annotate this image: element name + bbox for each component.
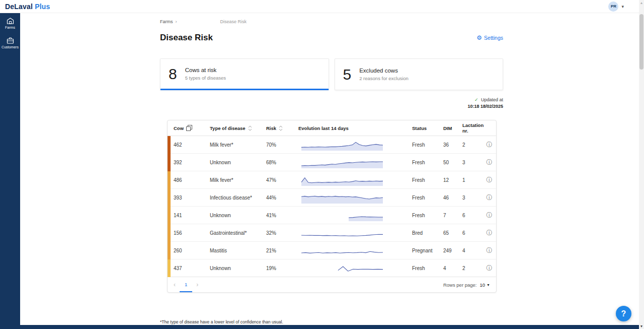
status-value: Fresh xyxy=(409,177,440,183)
disease-type: Milk fever* xyxy=(207,177,263,183)
info-icon[interactable]: ⓘ xyxy=(487,229,493,236)
col-status: Status xyxy=(412,125,427,131)
info-icon[interactable]: ⓘ xyxy=(487,247,493,254)
lactation-value: 2 xyxy=(459,142,481,148)
dim-value: 4 xyxy=(440,266,459,271)
info-icon[interactable]: ⓘ xyxy=(487,212,493,219)
table-row[interactable]: 486 Milk fever* 47% Fresh 12 1 ⓘ xyxy=(168,171,496,189)
risk-value: 19% xyxy=(263,266,295,271)
card-value: 8 xyxy=(169,65,177,83)
lactation-value: 4 xyxy=(459,248,481,253)
page-number[interactable]: 1 xyxy=(180,277,192,292)
check-icon: ✓ xyxy=(474,97,478,102)
help-button[interactable]: ? xyxy=(616,306,631,321)
chevron-down-icon[interactable]: ▾ xyxy=(621,4,624,9)
cow-id: 141 xyxy=(171,213,207,218)
avatar[interactable]: PR xyxy=(608,2,618,12)
sidebar-item-farms[interactable]: Farms xyxy=(0,13,20,33)
cow-id: 156 xyxy=(171,230,207,236)
disease-type: Gastrointestinal* xyxy=(207,230,263,236)
card-title: Cows at risk xyxy=(185,67,226,73)
table-row[interactable]: 437 Unknown 19% Fresh 4 2 ⓘ xyxy=(168,259,496,277)
breadcrumb-separator: › xyxy=(176,19,177,24)
gear-icon: ⚙ xyxy=(476,35,482,41)
table-row[interactable]: 260 Mastitis 21% Pregnant 249 4 ⓘ xyxy=(168,242,496,259)
cow-id: 392 xyxy=(171,160,207,165)
risk-value: 44% xyxy=(263,195,295,201)
info-icon[interactable]: ⓘ xyxy=(487,141,493,148)
col-disease: Type of disease xyxy=(210,125,246,131)
sidebar-item-customers[interactable]: Customers xyxy=(0,33,20,52)
main-content: Farms › Disease Risk Disease Risk ⚙ Sett… xyxy=(160,13,503,293)
bottom-bar xyxy=(0,325,639,329)
table-row[interactable]: 462 Milk fever* 70% Fresh 36 2 ⓘ xyxy=(168,136,496,154)
next-page-button[interactable]: › xyxy=(193,281,201,288)
status-value: Fresh xyxy=(409,195,440,201)
cow-id: 462 xyxy=(171,142,207,148)
table-row[interactable]: 156 Gastrointestinal* 32% Bred 65 6 ⓘ xyxy=(168,224,496,242)
table-row[interactable]: 141 Unknown 41% Fresh 7 6 ⓘ xyxy=(168,207,496,224)
cow-id: 437 xyxy=(171,266,207,271)
rows-per-page-select[interactable]: 10 ▼ xyxy=(479,282,490,288)
card-subtitle: 2 reasons for exclusion xyxy=(359,76,409,81)
breadcrumb-farms[interactable]: Farms xyxy=(160,19,173,24)
disease-type: Unknown xyxy=(207,213,263,218)
table-row[interactable]: 392 Unknown 68% Fresh 50 3 ⓘ xyxy=(168,154,496,171)
status-value: Fresh xyxy=(409,213,440,218)
card-value: 5 xyxy=(343,66,352,83)
status-value: Pregnant xyxy=(409,248,440,253)
lactation-value: 2 xyxy=(459,266,481,271)
evolution-sparkline xyxy=(301,210,383,222)
prev-page-button[interactable]: ‹ xyxy=(171,281,179,288)
status-value: Bred xyxy=(409,230,440,236)
status-value: Fresh xyxy=(409,160,440,165)
risk-value: 47% xyxy=(263,177,295,183)
farms-icon xyxy=(7,18,14,24)
scrollbar-thumb[interactable] xyxy=(639,14,643,70)
scroll-down-icon[interactable]: ▼ xyxy=(639,324,644,328)
card-cows-at-risk[interactable]: 8 Cows at risk 5 types of diseases xyxy=(160,58,329,90)
brand-delaval: DeLaval xyxy=(5,3,33,11)
dim-value: 46 xyxy=(440,195,459,201)
cow-id: 393 xyxy=(171,195,207,201)
evolution-sparkline xyxy=(301,227,383,239)
updated-timestamp: 10:18 18/02/2025 xyxy=(160,103,503,110)
info-icon[interactable]: ⓘ xyxy=(487,176,493,183)
pagination: ‹ 1 › xyxy=(171,277,201,292)
dim-value: 36 xyxy=(440,142,459,148)
table-row[interactable]: 393 Infectious disease* 44% Fresh 46 3 ⓘ xyxy=(168,189,496,207)
col-risk: Risk xyxy=(266,125,276,131)
settings-button[interactable]: ⚙ Settings xyxy=(476,35,503,41)
rows-per-page-value: 10 xyxy=(479,282,485,288)
scrollbar[interactable]: ▲ ▼ xyxy=(639,0,644,329)
scroll-up-icon[interactable]: ▲ xyxy=(639,1,644,5)
info-icon[interactable]: ⓘ xyxy=(487,194,493,201)
summary-cards: 8 Cows at risk 5 types of diseases 5 Exc… xyxy=(160,58,503,90)
sort-icon[interactable] xyxy=(279,125,283,131)
evolution-sparkline xyxy=(301,157,383,169)
brand-plus: Plus xyxy=(35,3,50,11)
info-icon[interactable]: ⓘ xyxy=(487,159,493,166)
user-menu[interactable]: PR ▾ xyxy=(608,2,624,12)
evolution-sparkline xyxy=(301,192,383,204)
col-dim: DIM xyxy=(443,125,452,131)
card-excluded-cows[interactable]: 5 Excluded cows 2 reasons for exclusion xyxy=(335,58,504,90)
breadcrumb: Farms › Disease Risk xyxy=(160,19,503,24)
cow-id: 260 xyxy=(171,248,207,253)
sort-icon[interactable] xyxy=(248,125,252,131)
status-value: Fresh xyxy=(409,266,440,271)
copy-icon[interactable] xyxy=(186,125,192,131)
brand-logo[interactable]: DeLaval Plus xyxy=(5,3,50,11)
disease-type: Unknown xyxy=(207,160,263,165)
settings-label: Settings xyxy=(484,35,503,41)
dim-value: 12 xyxy=(440,177,459,183)
dropdown-caret-icon: ▼ xyxy=(487,283,490,287)
info-icon[interactable]: ⓘ xyxy=(487,265,493,272)
risk-value: 32% xyxy=(263,230,295,236)
cow-id: 486 xyxy=(171,177,207,183)
table-body: 462 Milk fever* 70% Fresh 36 2 ⓘ 392 Unk… xyxy=(168,136,496,277)
col-lactation: Lactation nr. xyxy=(462,122,484,134)
dim-value: 65 xyxy=(440,230,459,236)
table-footer: ‹ 1 › Rows per page: 10 ▼ xyxy=(168,277,496,292)
dim-value: 249 xyxy=(440,248,459,253)
